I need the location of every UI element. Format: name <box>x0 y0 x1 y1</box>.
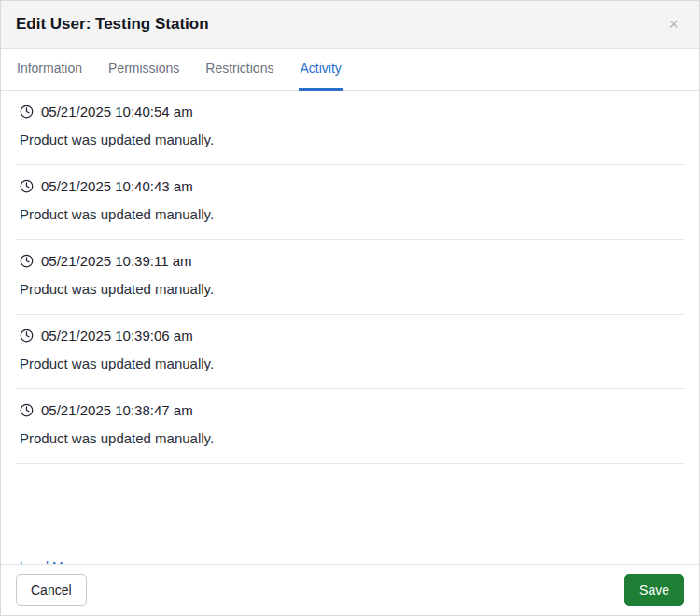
activity-timestamp: 05/21/2025 10:39:06 am <box>41 328 193 343</box>
tab-restrictions[interactable]: Restrictions <box>204 49 274 91</box>
clock-icon <box>20 403 34 417</box>
activity-message: Product was updated manually. <box>20 281 680 297</box>
tab-permissions[interactable]: Permissions <box>107 49 180 91</box>
activity-message: Product was updated manually. <box>20 356 680 371</box>
activity-message: Product was updated manually. <box>20 430 680 446</box>
clock-icon <box>20 254 34 268</box>
activity-timestamp: 05/21/2025 10:40:43 am <box>41 178 193 194</box>
activity-message: Product was updated manually. <box>20 132 680 147</box>
activity-entry: 05/21/2025 10:40:43 am Product was updat… <box>16 165 684 240</box>
activity-timestamp-row: 05/21/2025 10:39:06 am <box>20 328 680 343</box>
modal-header: Edit User: Testing Station × <box>1 1 699 49</box>
modal-title: Edit User: Testing Station <box>16 15 209 34</box>
activity-timestamp: 05/21/2025 10:39:11 am <box>41 253 192 269</box>
activity-timestamp-row: 05/21/2025 10:40:43 am <box>20 178 680 194</box>
activity-timestamp: 05/21/2025 10:38:47 am <box>41 402 193 418</box>
save-button[interactable]: Save <box>624 574 684 606</box>
activity-panel: 05/21/2025 10:40:54 am Product was updat… <box>1 91 699 564</box>
clock-icon <box>20 179 34 193</box>
activity-entry: 05/21/2025 10:39:06 am Product was updat… <box>16 315 684 389</box>
activity-timestamp: 05/21/2025 10:40:54 am <box>41 104 193 119</box>
activity-entry: 05/21/2025 10:39:11 am Product was updat… <box>16 240 684 315</box>
activity-entry: 05/21/2025 10:40:54 am Product was updat… <box>16 91 684 165</box>
activity-timestamp-row: 05/21/2025 10:40:54 am <box>20 104 680 119</box>
clock-icon <box>20 329 34 343</box>
activity-timestamp-row: 05/21/2025 10:38:47 am <box>20 402 680 418</box>
activity-message: Product was updated manually. <box>20 206 680 222</box>
close-icon[interactable]: × <box>663 14 684 35</box>
clock-icon <box>20 105 34 119</box>
tab-bar: Information Permissions Restrictions Act… <box>1 49 699 91</box>
tab-activity[interactable]: Activity <box>299 49 342 91</box>
edit-user-modal: Edit User: Testing Station × Information… <box>0 0 700 616</box>
cancel-button[interactable]: Cancel <box>16 574 87 606</box>
load-more-link[interactable]: Load More <box>16 557 86 564</box>
activity-entry: 05/21/2025 10:38:47 am Product was updat… <box>16 389 684 464</box>
modal-footer: Cancel Save <box>1 564 699 615</box>
activity-timestamp-row: 05/21/2025 10:39:11 am <box>20 253 680 269</box>
tab-information[interactable]: Information <box>16 49 83 91</box>
